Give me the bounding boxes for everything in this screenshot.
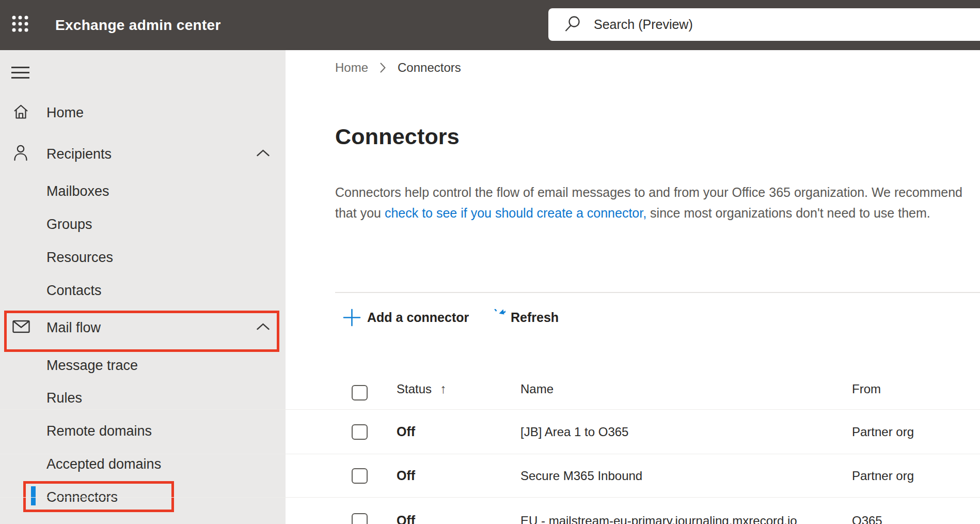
waffle-icon [11, 14, 29, 35]
table-row[interactable]: Off EU - mailstream-eu-primary.journalin… [0, 497, 980, 524]
sidebar-item-label: Mailboxes [46, 183, 109, 199]
column-header-label: Name [520, 382, 554, 396]
sidebar-item-label: Recipients [46, 146, 112, 162]
row-checkbox[interactable] [352, 424, 368, 440]
sidebar-item-label: Home [46, 105, 84, 121]
cell-status: Off [397, 410, 415, 454]
table-header-row: Status ↑ Name From [0, 368, 980, 409]
cell-from: Partner org [852, 410, 914, 454]
sidebar-item-recipients[interactable]: Recipients [0, 140, 286, 168]
sidebar-item-home[interactable]: Home [0, 98, 286, 127]
chevron-right-icon [380, 62, 386, 73]
create-connector-check-link[interactable]: check to see if you should create a conn… [385, 206, 646, 220]
description-text: since most organizations don't need to u… [646, 206, 930, 220]
cell-name: Secure M365 Inbound [520, 454, 642, 497]
search-input[interactable]: Search (Preview) [548, 8, 980, 41]
breadcrumb-home-link[interactable]: Home [335, 60, 368, 75]
breadcrumb-current-page: Connectors [398, 60, 461, 75]
column-header-from[interactable]: From [852, 368, 881, 409]
refresh-button[interactable]: Refresh [489, 303, 559, 332]
sidebar-item-mailboxes[interactable]: Mailboxes [0, 177, 286, 206]
add-connector-button[interactable]: Add a connector [343, 303, 469, 332]
sidebar-item-label: Groups [46, 217, 92, 233]
column-header-status[interactable]: Status ↑ [397, 368, 447, 409]
add-connector-label: Add a connector [367, 310, 469, 325]
topbar: Exchange admin center Search (Preview) [0, 0, 980, 50]
refresh-label: Refresh [511, 310, 559, 325]
cell-from: O365 [852, 498, 882, 524]
chevron-up-icon [256, 323, 270, 333]
column-header-label: Status [397, 382, 432, 396]
column-header-name[interactable]: Name [520, 368, 554, 409]
app-launcher-button[interactable] [7, 12, 33, 38]
sidebar-item-groups[interactable]: Groups [0, 210, 286, 239]
toolbar-divider [335, 292, 980, 293]
row-checkbox[interactable] [352, 513, 368, 524]
sort-ascending-icon: ↑ [440, 381, 447, 396]
app-title: Exchange admin center [55, 0, 221, 50]
page-description: Connectors help control the flow of emai… [335, 182, 970, 223]
sidebar-item-label: Resources [46, 250, 113, 266]
cell-status: Off [397, 454, 415, 497]
cell-name: EU - mailstream-eu-primary.journaling.mx… [520, 498, 797, 524]
cell-status: Off [397, 498, 415, 524]
sidebar-item-resources[interactable]: Resources [0, 243, 286, 272]
row-checkbox[interactable] [352, 468, 368, 484]
search-placeholder: Search (Preview) [594, 17, 693, 32]
table-row[interactable]: Off Secure M365 Inbound Partner org [0, 454, 980, 497]
search-icon [564, 15, 581, 35]
mail-icon [12, 320, 30, 335]
cell-from: Partner org [852, 454, 914, 497]
sidebar-item-label: Mail flow [46, 320, 101, 336]
home-icon [12, 103, 29, 122]
sidebar-item-mail-flow[interactable]: Mail flow [0, 313, 286, 342]
breadcrumb: Home Connectors [335, 60, 461, 75]
sidebar-item-contacts[interactable]: Contacts [0, 276, 286, 305]
select-all-checkbox[interactable] [352, 385, 368, 400]
chevron-up-icon [256, 149, 270, 159]
column-header-label: From [852, 382, 881, 396]
plus-icon [343, 309, 361, 327]
cell-name: [JB] Area 1 to O365 [520, 410, 628, 454]
refresh-icon [489, 309, 505, 326]
sidebar-item-label: Contacts [46, 283, 102, 299]
table-row[interactable]: Off [JB] Area 1 to O365 Partner org [0, 409, 980, 454]
person-icon [12, 144, 29, 164]
hamburger-menu-button[interactable] [11, 66, 29, 79]
page-title: Connectors [335, 124, 460, 149]
